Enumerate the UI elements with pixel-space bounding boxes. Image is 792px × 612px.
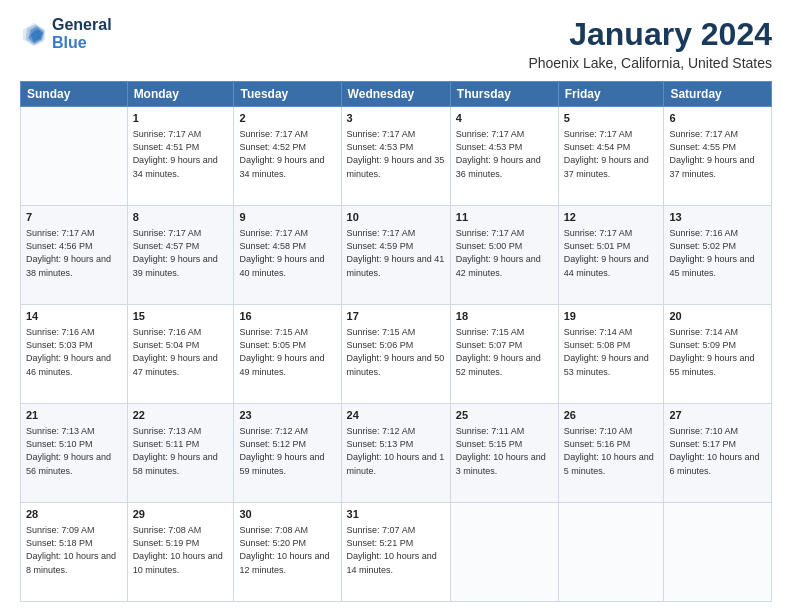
cell-content: Sunrise: 7:11 AMSunset: 5:15 PMDaylight:…	[456, 425, 553, 477]
cell-content: Sunrise: 7:17 AMSunset: 4:59 PMDaylight:…	[347, 227, 445, 279]
cell-content: Sunrise: 7:14 AMSunset: 5:09 PMDaylight:…	[669, 326, 766, 378]
cell-content: Sunrise: 7:15 AMSunset: 5:06 PMDaylight:…	[347, 326, 445, 378]
day-number: 21	[26, 408, 122, 423]
calendar-cell: 15Sunrise: 7:16 AMSunset: 5:04 PMDayligh…	[127, 305, 234, 404]
day-number: 10	[347, 210, 445, 225]
calendar-cell: 29Sunrise: 7:08 AMSunset: 5:19 PMDayligh…	[127, 503, 234, 602]
cell-content: Sunrise: 7:12 AMSunset: 5:12 PMDaylight:…	[239, 425, 335, 477]
calendar-cell: 30Sunrise: 7:08 AMSunset: 5:20 PMDayligh…	[234, 503, 341, 602]
cell-content: Sunrise: 7:17 AMSunset: 4:51 PMDaylight:…	[133, 128, 229, 180]
day-number: 1	[133, 111, 229, 126]
calendar-cell: 7Sunrise: 7:17 AMSunset: 4:56 PMDaylight…	[21, 206, 128, 305]
calendar-cell: 10Sunrise: 7:17 AMSunset: 4:59 PMDayligh…	[341, 206, 450, 305]
cell-content: Sunrise: 7:17 AMSunset: 4:57 PMDaylight:…	[133, 227, 229, 279]
cell-content: Sunrise: 7:17 AMSunset: 4:53 PMDaylight:…	[456, 128, 553, 180]
day-number: 6	[669, 111, 766, 126]
calendar-cell: 25Sunrise: 7:11 AMSunset: 5:15 PMDayligh…	[450, 404, 558, 503]
day-number: 26	[564, 408, 659, 423]
week-row-3: 14Sunrise: 7:16 AMSunset: 5:03 PMDayligh…	[21, 305, 772, 404]
cell-content: Sunrise: 7:17 AMSunset: 4:56 PMDaylight:…	[26, 227, 122, 279]
day-number: 19	[564, 309, 659, 324]
day-number: 14	[26, 309, 122, 324]
cell-content: Sunrise: 7:17 AMSunset: 4:52 PMDaylight:…	[239, 128, 335, 180]
week-row-5: 28Sunrise: 7:09 AMSunset: 5:18 PMDayligh…	[21, 503, 772, 602]
day-number: 27	[669, 408, 766, 423]
cell-content: Sunrise: 7:15 AMSunset: 5:07 PMDaylight:…	[456, 326, 553, 378]
cell-content: Sunrise: 7:17 AMSunset: 4:53 PMDaylight:…	[347, 128, 445, 180]
calendar-cell: 23Sunrise: 7:12 AMSunset: 5:12 PMDayligh…	[234, 404, 341, 503]
header-cell-thursday: Thursday	[450, 82, 558, 107]
day-number: 11	[456, 210, 553, 225]
calendar-cell: 6Sunrise: 7:17 AMSunset: 4:55 PMDaylight…	[664, 107, 772, 206]
calendar-cell: 5Sunrise: 7:17 AMSunset: 4:54 PMDaylight…	[558, 107, 664, 206]
calendar-cell: 9Sunrise: 7:17 AMSunset: 4:58 PMDaylight…	[234, 206, 341, 305]
day-number: 12	[564, 210, 659, 225]
day-number: 9	[239, 210, 335, 225]
logo: General Blue	[20, 16, 112, 52]
cell-content: Sunrise: 7:12 AMSunset: 5:13 PMDaylight:…	[347, 425, 445, 477]
day-number: 8	[133, 210, 229, 225]
day-number: 24	[347, 408, 445, 423]
cell-content: Sunrise: 7:16 AMSunset: 5:03 PMDaylight:…	[26, 326, 122, 378]
day-number: 30	[239, 507, 335, 522]
cell-content: Sunrise: 7:10 AMSunset: 5:16 PMDaylight:…	[564, 425, 659, 477]
day-number: 31	[347, 507, 445, 522]
calendar-cell: 31Sunrise: 7:07 AMSunset: 5:21 PMDayligh…	[341, 503, 450, 602]
day-number: 29	[133, 507, 229, 522]
header-cell-monday: Monday	[127, 82, 234, 107]
header: General Blue January 2024 Phoenix Lake, …	[20, 16, 772, 71]
cell-content: Sunrise: 7:17 AMSunset: 4:54 PMDaylight:…	[564, 128, 659, 180]
cell-content: Sunrise: 7:16 AMSunset: 5:02 PMDaylight:…	[669, 227, 766, 279]
week-row-4: 21Sunrise: 7:13 AMSunset: 5:10 PMDayligh…	[21, 404, 772, 503]
day-number: 3	[347, 111, 445, 126]
day-number: 13	[669, 210, 766, 225]
calendar-cell	[450, 503, 558, 602]
cell-content: Sunrise: 7:13 AMSunset: 5:11 PMDaylight:…	[133, 425, 229, 477]
cell-content: Sunrise: 7:16 AMSunset: 5:04 PMDaylight:…	[133, 326, 229, 378]
day-number: 7	[26, 210, 122, 225]
calendar-cell: 21Sunrise: 7:13 AMSunset: 5:10 PMDayligh…	[21, 404, 128, 503]
calendar-cell: 2Sunrise: 7:17 AMSunset: 4:52 PMDaylight…	[234, 107, 341, 206]
cell-content: Sunrise: 7:17 AMSunset: 4:58 PMDaylight:…	[239, 227, 335, 279]
week-row-2: 7Sunrise: 7:17 AMSunset: 4:56 PMDaylight…	[21, 206, 772, 305]
day-number: 23	[239, 408, 335, 423]
calendar-cell: 14Sunrise: 7:16 AMSunset: 5:03 PMDayligh…	[21, 305, 128, 404]
calendar-cell: 4Sunrise: 7:17 AMSunset: 4:53 PMDaylight…	[450, 107, 558, 206]
cell-content: Sunrise: 7:14 AMSunset: 5:08 PMDaylight:…	[564, 326, 659, 378]
calendar-cell: 1Sunrise: 7:17 AMSunset: 4:51 PMDaylight…	[127, 107, 234, 206]
calendar-cell: 20Sunrise: 7:14 AMSunset: 5:09 PMDayligh…	[664, 305, 772, 404]
day-number: 22	[133, 408, 229, 423]
calendar-cell: 13Sunrise: 7:16 AMSunset: 5:02 PMDayligh…	[664, 206, 772, 305]
header-cell-sunday: Sunday	[21, 82, 128, 107]
logo-icon	[20, 20, 48, 48]
calendar-cell: 28Sunrise: 7:09 AMSunset: 5:18 PMDayligh…	[21, 503, 128, 602]
day-number: 20	[669, 309, 766, 324]
header-cell-wednesday: Wednesday	[341, 82, 450, 107]
calendar-cell: 8Sunrise: 7:17 AMSunset: 4:57 PMDaylight…	[127, 206, 234, 305]
logo-text: General Blue	[52, 16, 112, 52]
calendar-cell: 3Sunrise: 7:17 AMSunset: 4:53 PMDaylight…	[341, 107, 450, 206]
day-number: 5	[564, 111, 659, 126]
cell-content: Sunrise: 7:09 AMSunset: 5:18 PMDaylight:…	[26, 524, 122, 576]
page: General Blue January 2024 Phoenix Lake, …	[0, 0, 792, 612]
cell-content: Sunrise: 7:08 AMSunset: 5:20 PMDaylight:…	[239, 524, 335, 576]
calendar-cell: 17Sunrise: 7:15 AMSunset: 5:06 PMDayligh…	[341, 305, 450, 404]
cell-content: Sunrise: 7:13 AMSunset: 5:10 PMDaylight:…	[26, 425, 122, 477]
calendar-cell: 18Sunrise: 7:15 AMSunset: 5:07 PMDayligh…	[450, 305, 558, 404]
header-cell-saturday: Saturday	[664, 82, 772, 107]
calendar-cell: 24Sunrise: 7:12 AMSunset: 5:13 PMDayligh…	[341, 404, 450, 503]
calendar-cell: 27Sunrise: 7:10 AMSunset: 5:17 PMDayligh…	[664, 404, 772, 503]
day-number: 28	[26, 507, 122, 522]
calendar-cell: 11Sunrise: 7:17 AMSunset: 5:00 PMDayligh…	[450, 206, 558, 305]
cell-content: Sunrise: 7:17 AMSunset: 4:55 PMDaylight:…	[669, 128, 766, 180]
calendar-cell: 16Sunrise: 7:15 AMSunset: 5:05 PMDayligh…	[234, 305, 341, 404]
header-cell-tuesday: Tuesday	[234, 82, 341, 107]
day-number: 16	[239, 309, 335, 324]
header-row: SundayMondayTuesdayWednesdayThursdayFrid…	[21, 82, 772, 107]
cell-content: Sunrise: 7:10 AMSunset: 5:17 PMDaylight:…	[669, 425, 766, 477]
cell-content: Sunrise: 7:17 AMSunset: 5:00 PMDaylight:…	[456, 227, 553, 279]
calendar-cell: 19Sunrise: 7:14 AMSunset: 5:08 PMDayligh…	[558, 305, 664, 404]
day-number: 4	[456, 111, 553, 126]
page-subtitle: Phoenix Lake, California, United States	[528, 55, 772, 71]
day-number: 25	[456, 408, 553, 423]
